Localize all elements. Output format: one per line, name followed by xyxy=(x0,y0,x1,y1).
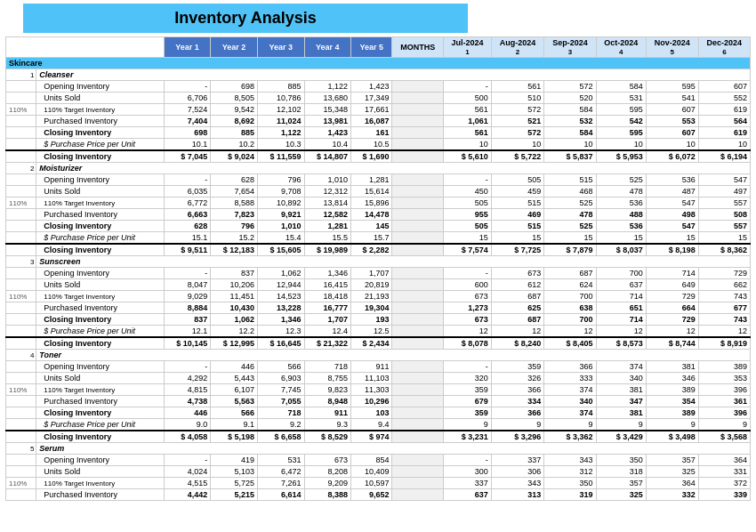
subsection-header-row: 3Sunscreen xyxy=(6,256,751,268)
month-value: 15 xyxy=(544,232,596,245)
year-value: - xyxy=(164,455,211,466)
months-label: MONTHS xyxy=(392,37,444,58)
month-value: 638 xyxy=(544,302,596,314)
month-value: 607 xyxy=(646,127,698,139)
months-separator xyxy=(392,221,444,232)
year-value: 14,523 xyxy=(257,291,304,302)
year-value: 8,388 xyxy=(304,489,351,501)
year-value: 8,588 xyxy=(211,197,258,209)
year-value: 13,228 xyxy=(257,302,304,314)
subsection-name: Toner xyxy=(36,350,751,361)
month-value: $ 8,919 xyxy=(698,337,750,350)
year-value: 7,055 xyxy=(257,396,304,407)
month-value: 389 xyxy=(646,407,698,419)
year-value: 6,663 xyxy=(164,209,211,221)
month-value: 374 xyxy=(544,407,596,419)
month-value: $ 3,429 xyxy=(596,431,646,443)
month-value: $ 8,744 xyxy=(646,337,698,350)
month-value: 346 xyxy=(646,373,698,384)
month-value: $ 5,610 xyxy=(444,150,492,163)
year-value: 9.4 xyxy=(351,419,392,431)
year-value: 1,122 xyxy=(257,127,304,139)
month-value: 469 xyxy=(491,209,543,221)
nov-header: Nov-20245 xyxy=(646,37,698,58)
year-value: 6,472 xyxy=(257,466,304,478)
months-separator xyxy=(392,81,444,93)
section-header-row: Skincare xyxy=(6,58,751,69)
subsection-header-row: 5Serum xyxy=(6,443,751,455)
year-value: 12.2 xyxy=(211,326,258,338)
year-value: 531 xyxy=(257,455,304,466)
months-separator xyxy=(392,268,444,279)
months-separator xyxy=(392,455,444,466)
year-value: 8,047 xyxy=(164,279,211,291)
month-value: 515 xyxy=(491,197,543,209)
month-value: 325 xyxy=(646,466,698,478)
month-value: 381 xyxy=(596,384,646,396)
month-value: 584 xyxy=(544,127,596,139)
month-value: 561 xyxy=(444,127,492,139)
months-separator xyxy=(392,232,444,245)
year-value: 12,944 xyxy=(257,279,304,291)
year-value: 6,772 xyxy=(164,197,211,209)
year-value: 5,563 xyxy=(211,396,258,407)
year-value: 15.2 xyxy=(211,232,258,245)
year-value: 13,680 xyxy=(304,93,351,104)
data-row: Closing Inventory6287961,0101,2811455055… xyxy=(6,221,751,232)
year-value: 628 xyxy=(164,221,211,232)
month-value: 488 xyxy=(596,209,646,221)
months-separator xyxy=(392,174,444,186)
row-prefix xyxy=(6,419,36,431)
month-value: 547 xyxy=(646,197,698,209)
month-value: $ 7,574 xyxy=(444,244,492,256)
months-separator xyxy=(392,384,444,396)
row-prefix xyxy=(6,221,36,232)
year-value: 16,415 xyxy=(304,279,351,291)
row-prefix xyxy=(6,302,36,314)
year-value: 9.2 xyxy=(257,419,304,431)
row-prefix xyxy=(6,455,36,466)
month-value: $ 8,078 xyxy=(444,337,492,350)
year-value: 566 xyxy=(211,407,258,419)
jul-header: Jul-20241 xyxy=(444,37,492,58)
year-value: 9.0 xyxy=(164,419,211,431)
row-prefix: 110% xyxy=(6,478,36,489)
data-row: Closing Inventory44656671891110335936637… xyxy=(6,407,751,419)
row-label: Closing Inventory xyxy=(36,407,164,419)
row-label: 110% Target Inventory xyxy=(36,104,164,116)
month-value: 521 xyxy=(491,116,543,127)
year-value: 1,010 xyxy=(257,221,304,232)
year-value: 1,062 xyxy=(211,314,258,326)
row-prefix xyxy=(6,268,36,279)
year-value: 20,819 xyxy=(351,279,392,291)
month-value: 531 xyxy=(596,93,646,104)
row-label: Units Sold xyxy=(36,466,164,478)
month-value: 729 xyxy=(646,314,698,326)
row-label: $ Purchase Price per Unit xyxy=(36,326,164,338)
row-label: Closing Inventory xyxy=(36,337,164,350)
row-label: $ Purchase Price per Unit xyxy=(36,419,164,431)
year-value: 12,312 xyxy=(304,186,351,197)
year-value: 7,745 xyxy=(257,384,304,396)
subsection-name: Sunscreen xyxy=(36,256,751,268)
month-value: 320 xyxy=(444,373,492,384)
month-value: 677 xyxy=(698,302,750,314)
month-value: 312 xyxy=(544,466,596,478)
row-prefix xyxy=(6,116,36,127)
year-value: 10.3 xyxy=(257,139,304,151)
subsection-name: Serum xyxy=(36,443,751,455)
data-row: Closing Inventory$ 4,058$ 5,198$ 6,658$ … xyxy=(6,431,751,443)
section-label: Skincare xyxy=(6,58,751,69)
year-value: 7,404 xyxy=(164,116,211,127)
month-value: 637 xyxy=(444,489,492,501)
year-value: 16,087 xyxy=(351,116,392,127)
month-value: 15 xyxy=(444,232,492,245)
year-value: 13,981 xyxy=(304,116,351,127)
month-value: 350 xyxy=(544,478,596,489)
month-value: 552 xyxy=(698,93,750,104)
subsection-name: Moisturizer xyxy=(36,163,751,174)
month-value: 343 xyxy=(544,455,596,466)
row-label: Closing Inventory xyxy=(36,221,164,232)
month-value: 673 xyxy=(444,314,492,326)
data-row: Purchased Inventory4,7385,5637,0558,9481… xyxy=(6,396,751,407)
